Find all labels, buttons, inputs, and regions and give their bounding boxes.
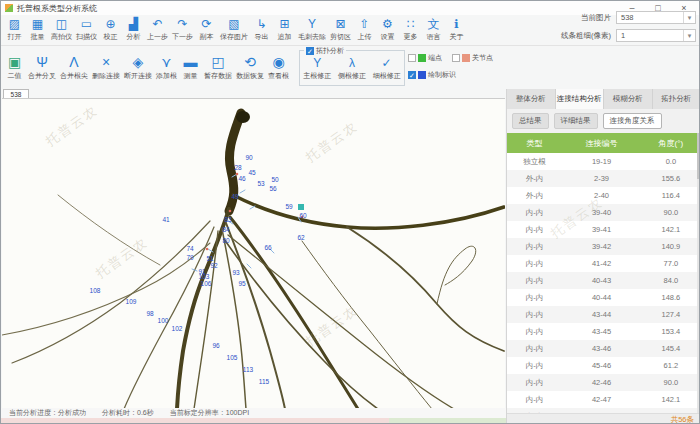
table-row[interactable]: 内-内40-4384.0 — [507, 272, 700, 289]
toolbar-button-append[interactable]: ⊞追加 — [273, 18, 296, 42]
toolbar-button-merge-tip[interactable]: Λ合并根尖 — [58, 54, 90, 81]
toolbar-button-redo[interactable]: ↷下一步 — [170, 18, 195, 42]
toolbar-button-delete-connection[interactable]: ×删除连接 — [90, 54, 122, 81]
table-cell: 内-内 — [507, 306, 562, 323]
toolbar-button-undo[interactable]: ↶上一步 — [145, 18, 170, 42]
table-row[interactable]: 内-内43-45153.4 — [507, 323, 700, 340]
checkbox-icon[interactable] — [408, 54, 416, 62]
topology-button-0[interactable]: Y主根修正 — [301, 57, 333, 81]
table-cell: 内-内 — [507, 238, 562, 255]
temp-save-icon: ◰ — [211, 54, 224, 70]
table-cell: 90.0 — [641, 374, 700, 391]
toolbar-button-more[interactable]: ∷更多 — [399, 18, 422, 42]
root-annotation: 79 — [186, 254, 193, 261]
toolbar-button-crop-region[interactable]: ⊠剪切区 — [328, 18, 353, 42]
root-annotation: 95 — [238, 280, 245, 287]
tab-连接结构分析[interactable]: 连接结构分析 — [556, 89, 605, 109]
table-row[interactable]: 内-内43-46145.4 — [507, 340, 700, 357]
toolbar-button-batch[interactable]: ▦批量 — [26, 18, 49, 42]
table-cell: 41-42 — [562, 255, 641, 272]
root-annotation: 93 — [232, 269, 239, 276]
toolbar-button-settings[interactable]: ⚙设置 — [376, 18, 399, 42]
toolbar-button-copy[interactable]: ⟳副本 — [195, 18, 218, 42]
toolbar-button-temp-save[interactable]: ◰暂存数据 — [202, 54, 234, 81]
line-width-setting: 线条粗细(像素) 1 ▾ — [549, 29, 696, 42]
root-annotation: 46 — [238, 175, 245, 182]
root-image — [2, 99, 505, 408]
toolbar-button-view-root[interactable]: ◉查看根 — [266, 54, 291, 81]
toolbar-button-label: 高拍仪 — [51, 32, 72, 42]
view-root-icon: ◉ — [272, 54, 284, 70]
table-row[interactable]: 外-内2-39155.6 — [507, 170, 700, 187]
current-image-select[interactable]: 538 ▾ — [616, 11, 696, 24]
merge-tip-icon: Λ — [69, 54, 78, 70]
toolbar-button-merge-fork[interactable]: Ψ合并分叉 — [26, 54, 58, 81]
toolbar-button-doc-camera[interactable]: ◫高拍仪 — [49, 18, 74, 42]
result-button-0[interactable]: 总结果 — [512, 113, 549, 129]
toggle-绘制标识[interactable]: ✓绘制标识 — [408, 70, 456, 80]
table-row[interactable]: 内-内39-4090.0 — [507, 204, 700, 221]
tab-拓扑分析[interactable]: 拓扑分析 — [653, 89, 700, 109]
table-row[interactable]: 内-内42-4690.0 — [507, 374, 700, 391]
toolbar-button-measure[interactable]: ▬测量 — [179, 54, 202, 81]
toolbar-button-deburr[interactable]: Y毛刺去除 — [296, 18, 328, 42]
table-row[interactable]: 内-内43-44127.4 — [507, 306, 700, 323]
result-button-2[interactable]: 连接角度关系 — [603, 113, 662, 129]
table-row[interactable]: 内-内41-4277.0 — [507, 255, 700, 272]
line-width-select[interactable]: 1 ▾ — [616, 29, 696, 42]
toolbar-button-scanner[interactable]: ▭扫描仪 — [74, 18, 99, 42]
topology-group-label: 拓扑分析 — [316, 46, 344, 56]
image-canvas[interactable]: 4190284546534950565960626683848074795192… — [2, 98, 505, 408]
topology-checkbox[interactable]: ✓ — [306, 47, 314, 55]
checkbox-icon[interactable]: ✓ — [408, 71, 416, 79]
toolbar-button-open[interactable]: ▨打开 — [3, 18, 26, 42]
toolbar-button-add-root[interactable]: ⋎添加根 — [154, 54, 179, 81]
fine-root-fix-icon: ✓ — [382, 57, 392, 70]
chevron-down-icon[interactable]: ▾ — [683, 12, 695, 23]
toolbar-button-data-restore[interactable]: ⟲数据恢复 — [234, 54, 266, 81]
toolbar-button-disconnect[interactable]: ◈断开连接 — [122, 54, 154, 81]
toggle-关节点[interactable]: 关节点 — [452, 53, 493, 63]
toolbar-button-upload[interactable]: ⇧上传 — [353, 18, 376, 42]
root-annotation: 66 — [264, 244, 271, 251]
table-cell: 0.0 — [641, 153, 700, 170]
result-button-1[interactable]: 详细结果 — [554, 113, 598, 129]
toolbar-button-label: 断开连接 — [124, 71, 152, 81]
data-restore-icon: ⟲ — [244, 54, 256, 70]
table-cell: 90.0 — [641, 204, 700, 221]
toolbar-button-save-image[interactable]: ▧保存图片 — [218, 18, 250, 42]
table-cell: 内-内 — [507, 272, 562, 289]
topology-button-2[interactable]: ✓细根修正 — [371, 57, 403, 81]
toggle-端点[interactable]: 端点 — [408, 53, 442, 63]
toolbar-button-label: 追加 — [278, 32, 292, 42]
checkbox-icon[interactable] — [452, 54, 460, 62]
table-row[interactable]: 内-内40-44148.6 — [507, 289, 700, 306]
toolbar-button-label: 批量 — [31, 32, 45, 42]
tab-模糊分析[interactable]: 模糊分析 — [604, 89, 653, 109]
toolbar-button-about[interactable]: ℹ关于 — [445, 18, 468, 42]
toolbar-button-export[interactable]: ↳导出 — [250, 18, 273, 42]
table-header: 类型 — [507, 133, 562, 153]
table-row[interactable]: 外-内2-40116.4 — [507, 187, 700, 204]
toolbar-button-language[interactable]: 文语言 — [422, 18, 445, 42]
toolbar-button-binarize[interactable]: ▣二值 — [3, 54, 26, 81]
table-cell: 116.4 — [641, 187, 700, 204]
toolbar-button-analyze[interactable]: ▟分析 — [122, 18, 145, 42]
table-row[interactable]: 内-内39-41142.1 — [507, 221, 700, 238]
image-tab[interactable]: 538 — [3, 89, 29, 98]
chevron-down-icon[interactable]: ▾ — [683, 30, 695, 41]
table-row[interactable]: 独立根19-190.0 — [507, 153, 700, 170]
table-cell: 84.0 — [641, 272, 700, 289]
tab-整体分析[interactable]: 整体分析 — [507, 89, 556, 109]
dpi-label: 当前标定分辨率： — [170, 409, 226, 416]
toolbar-button-label: 暂存数据 — [204, 71, 232, 81]
table-row[interactable]: 内-内39-42140.9 — [507, 238, 700, 255]
table-row[interactable]: 内-内45-4661.2 — [507, 357, 700, 374]
root-annotation: 106 — [201, 280, 212, 287]
current-image-setting: 当前图片 538 ▾ — [549, 11, 696, 24]
toolbar-button-calibrate[interactable]: ⊕校正 — [99, 18, 122, 42]
topology-button-1[interactable]: λ侧根修正 — [336, 57, 368, 81]
disconnect-icon: ◈ — [133, 54, 144, 70]
table-row[interactable]: 内-内42-47142.1 — [507, 391, 700, 408]
toolbar-button-label: 毛刺去除 — [298, 32, 326, 42]
